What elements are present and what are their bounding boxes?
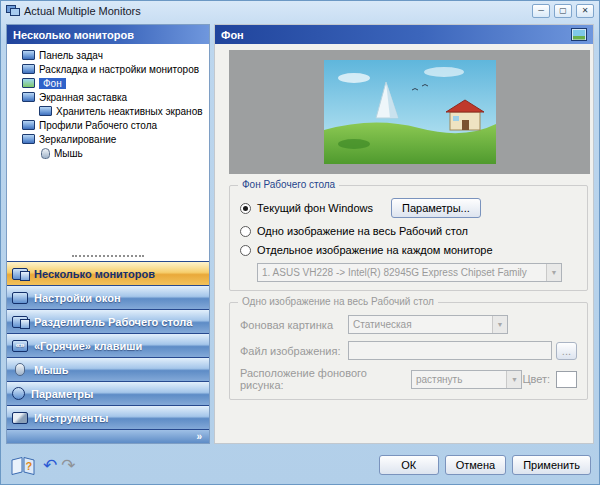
settings-tree: Панель задач Раскладка и настройки монит… [7, 44, 209, 250]
nav-multiple-monitors[interactable]: Несколько мониторов [7, 261, 209, 285]
radio-single-image[interactable] [240, 226, 251, 237]
chevron-down-icon: ▼ [506, 371, 521, 388]
bg-picture-select[interactable]: Статическая ▼ [348, 315, 508, 334]
color-label: Цвет: [522, 373, 550, 385]
position-label: Расположение фонового рисунка: [240, 367, 403, 391]
tree-item-mouse[interactable]: Мышь [9, 146, 207, 160]
footer-bar: ? ↶ ↷ ОК Отмена Применить [11, 453, 591, 477]
tree-item-inactive-saver[interactable]: Хранитель неактивных экранов [9, 104, 207, 118]
tree-item-background[interactable]: Фон [9, 76, 207, 90]
window-title: Actual Multiple Monitors [24, 5, 528, 17]
nav-window-settings[interactable]: Настройки окон [7, 285, 209, 309]
position-select[interactable]: растянуть ▼ [411, 370, 522, 389]
nav-options[interactable]: Параметры [7, 381, 209, 405]
radio-current-label: Текущий фон Windows [257, 202, 373, 214]
inactive-screens-icon [39, 106, 52, 116]
mouse-nav-icon [15, 363, 25, 376]
wallpaper-preview-image [324, 60, 496, 164]
page-header: Фон [215, 25, 593, 44]
nav-overflow-chevron[interactable]: » [7, 429, 209, 443]
maximize-button[interactable]: ▢ [554, 4, 572, 18]
group-single-image: Одно изображение на весь Рабочий стол Фо… [229, 302, 588, 400]
gear-icon [12, 387, 25, 400]
tools-icon [12, 412, 28, 424]
tree-item-profiles[interactable]: Профили Рабочего стола [9, 118, 207, 132]
screensaver-icon [22, 92, 35, 102]
desktop-divider-icon [12, 316, 28, 328]
tree-item-screensaver[interactable]: Экранная заставка [9, 90, 207, 104]
multiple-monitors-icon [12, 268, 28, 280]
cancel-button[interactable]: Отмена [445, 455, 506, 475]
close-button[interactable]: ✕ [576, 4, 594, 18]
nav-hotkeys[interactable]: «» «Горячие» клавиши [7, 333, 209, 357]
apply-button[interactable]: Применить [512, 455, 591, 475]
radio-separate-image[interactable] [240, 245, 251, 256]
nav-tools[interactable]: Инструменты [7, 405, 209, 429]
chevron-down-icon: ▼ [546, 264, 561, 281]
nav-mouse[interactable]: Мышь [7, 357, 209, 381]
browse-button[interactable]: ... [556, 342, 577, 360]
mirroring-icon [22, 134, 35, 144]
desktop-profiles-icon [22, 120, 35, 130]
panel-splitter[interactable] [72, 253, 144, 257]
mouse-icon [41, 148, 50, 159]
dialog-buttons: ОК Отмена Применить [373, 455, 591, 475]
ok-button[interactable]: ОК [379, 455, 439, 475]
titlebar: Actual Multiple Monitors ─ ▢ ✕ [1, 1, 599, 21]
background-page-icon [571, 28, 587, 41]
hotkeys-icon: «» [12, 340, 28, 352]
group2-title: Одно изображение на весь Рабочий стол [238, 296, 438, 307]
params-button[interactable]: Параметры... [391, 198, 481, 218]
bg-picture-label: Фоновая картинка [240, 319, 348, 331]
content-panel: Фон [214, 24, 594, 444]
left-panel-header: Несколько мониторов [7, 25, 209, 44]
redo-icon[interactable]: ↷ [61, 457, 75, 474]
undo-icon[interactable]: ↶ [43, 457, 57, 474]
left-panel: Несколько мониторов Панель задач Расклад… [6, 24, 210, 444]
tree-item-layout[interactable]: Раскладка и настройки мониторов [9, 62, 207, 76]
monitor-select[interactable]: 1. ASUS VH228 -> Intel(R) 82945G Express… [257, 263, 562, 282]
background-icon [22, 78, 35, 88]
wallpaper-preview-area [229, 50, 590, 174]
color-swatch[interactable] [556, 371, 577, 388]
window-settings-icon [12, 292, 28, 304]
tree-item-taskbar[interactable]: Панель задач [9, 48, 207, 62]
chevron-down-icon: ▼ [492, 316, 507, 333]
radio-single-label: Одно изображение на весь Рабочий стол [257, 225, 468, 237]
monitors-layout-icon [22, 64, 35, 74]
image-file-input[interactable] [348, 341, 552, 360]
group-desktop-background: Фон Рабочего стола Текущий фон Windows П… [229, 185, 588, 291]
help-icon[interactable]: ? [11, 456, 35, 475]
window-body: Несколько мониторов Панель задач Расклад… [6, 24, 594, 444]
page-title: Фон [221, 29, 244, 41]
tree-item-mirroring[interactable]: Зеркалирование [9, 132, 207, 146]
app-window: Actual Multiple Monitors ─ ▢ ✕ Несколько… [0, 0, 600, 485]
app-icon [6, 5, 20, 17]
image-file-label: Файл изображения: [240, 345, 348, 357]
svg-text:?: ? [26, 459, 33, 471]
radio-current-windows-background[interactable] [240, 203, 251, 214]
nav-bar: Несколько мониторов Настройки окон Разде… [7, 261, 209, 429]
radio-separate-label: Отдельное изображение на каждом мониторе [257, 244, 493, 256]
nav-desktop-divider[interactable]: Разделитель Рабочего стола [7, 309, 209, 333]
taskbar-icon [22, 50, 35, 60]
group1-title: Фон Рабочего стола [238, 179, 339, 190]
minimize-button[interactable]: ─ [532, 4, 550, 18]
